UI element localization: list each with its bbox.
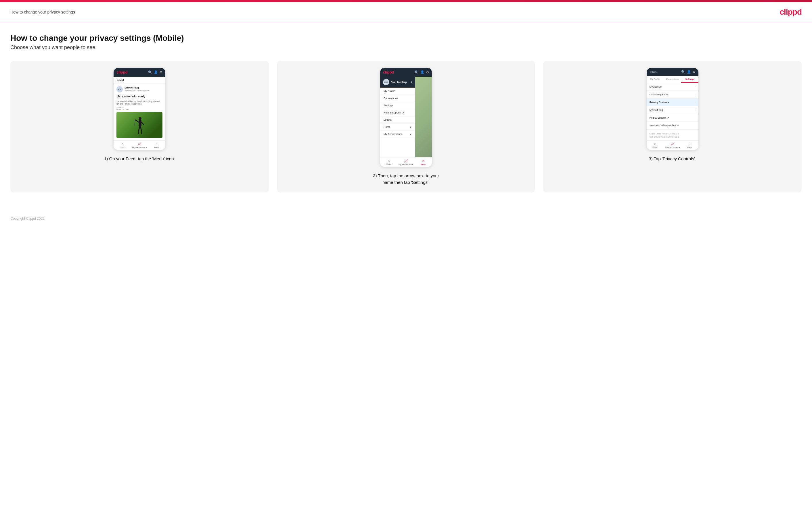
settings-item-dataintegrations[interactable]: Data Integrations › [647,91,699,99]
footer: Copyright Clippd 2022 [0,210,812,227]
menu-username: Blair McHarg [391,81,407,83]
menu-item-connections[interactable]: Connections [380,95,415,102]
menu-overlay-area: BM Blair McHarg ∧ My Profile Connections… [380,77,432,157]
step3-nav-icons: 🔍 👤 ⚙ [681,70,696,74]
step3-tab-perf-label: My Performance [665,147,680,149]
feed-lesson-row: 🎥 Lesson with Fordy [116,94,162,99]
step2-logo: clippd [383,70,394,74]
menu-item-helpsupport[interactable]: Help & Support ↗ [380,109,415,116]
feed-golf-image [116,112,162,138]
copyright: Copyright Clippd 2022 [10,217,45,221]
header: How to change your privacy settings clip… [0,2,812,22]
svg-line-5 [141,126,142,133]
performance-icon2: 📈 [404,159,408,163]
menu-nav-home[interactable]: Home ∨ [380,123,415,131]
step1-tab-home[interactable]: ⌂ Home [113,140,131,150]
step2-tab-close[interactable]: ✕ Menu [415,157,432,167]
step-3-card: < Back 🔍 👤 ⚙ My Profile Connections Sett… [543,61,802,192]
search-icon: 🔍 [415,70,419,74]
step2-tab-home[interactable]: ⌂ Home [380,157,397,167]
chevron-right-icon2: › [695,93,696,96]
step3-tab-performance[interactable]: 📈 My Performance [664,140,681,150]
menu-user-left: BM Blair McHarg [383,79,407,85]
home-icon: ⌂ [121,142,123,146]
step3-tab-home-label: Home [652,146,658,148]
feed-user-info: Blair McHarg Yesterday · Sunningdale [124,87,149,93]
tab-settings[interactable]: Settings [681,76,699,83]
settings-item-privacy-label: Privacy Controls [650,101,669,104]
version-info: Clippd Client Version: 2022.8.3-3 SQL Se… [647,129,699,140]
step-1-phone: clippd 🔍 👤 ⚙ Feed BM Blair [113,68,165,150]
close-icon: ✕ [422,159,425,163]
feed-user-row: BM Blair McHarg Yesterday · Sunningdale [116,86,162,93]
svg-line-3 [142,122,144,124]
chevron-right-icon: › [695,85,696,88]
step3-tab-menu[interactable]: ☰ Menu [681,140,699,150]
performance-icon: 📈 [138,142,142,146]
step3-back-bar: < Back 🔍 👤 ⚙ [647,68,699,76]
step1-logo: clippd [116,70,128,74]
settings-item-golfbag-label: My Golf Bag [650,109,663,111]
menu-avatar: BM [383,79,389,85]
dim-overlay [415,77,432,157]
menu-item-logout[interactable]: Logout [380,116,415,123]
menu-icon3: ☰ [689,142,691,146]
menu-nav-performance[interactable]: My Performance ∨ [380,131,415,138]
step1-tab-menu[interactable]: ☰ Menu [148,140,165,150]
svg-line-4 [138,126,140,133]
back-button[interactable]: < Back [650,71,657,73]
user-icon: 👤 [420,70,424,74]
svg-point-0 [139,117,142,120]
user-icon3: 👤 [687,70,691,74]
svg-line-2 [135,120,139,122]
step1-tab-perf-label: My Performance [132,147,147,149]
step-2-caption: 2) Then, tap the arrow next to your name… [369,173,443,185]
menu-item-settings[interactable]: Settings [380,102,415,109]
tab-connections[interactable]: Connections [664,76,681,83]
search-icon: 🔍 [148,70,152,74]
menu-item-myprofile[interactable]: My Profile [380,88,415,95]
step-3-caption: 3) Tap 'Privacy Controls'. [649,156,696,162]
settings-list: My Account › Data Integrations › Privacy… [647,83,699,129]
search-icon3: 🔍 [681,70,685,74]
logo: clippd [780,7,802,17]
main-content: How to change your privacy settings (Mob… [0,22,812,210]
step2-phone-nav: clippd 🔍 👤 ⚙ [380,68,432,77]
page-subtitle: Choose what you want people to see [10,45,802,51]
step2-tab-perf-label: My Performance [399,163,413,165]
step1-tab-performance[interactable]: 📈 My Performance [131,140,148,150]
step1-bottom-tabs: ⌂ Home 📈 My Performance ☰ Menu [113,140,165,150]
feed-user-sub: Yesterday · Sunningdale [124,89,149,92]
step-2-card: clippd 🔍 👤 ⚙ BM Bl [277,61,536,192]
feed-header: Feed [113,77,165,84]
menu-user-row[interactable]: BM Blair McHarg ∧ [380,77,415,88]
chevron-down-icon2: ∨ [410,133,412,135]
top-accent-bar [0,0,812,2]
settings-item-privpolicy-label: Service & Privacy Policy ↗ [650,124,679,127]
step-1-caption: 1) On your Feed, tap the 'Menu' icon. [104,156,175,162]
header-title: How to change your privacy settings [10,10,75,14]
settings-item-myaccount[interactable]: My Account › [647,83,699,91]
feed-post: BM Blair McHarg Yesterday · Sunningdale … [113,84,165,140]
settings-item-helpsupport[interactable]: Help & Support ↗ [647,114,699,122]
settings-icon: ⚙ [426,70,429,74]
user-icon: 👤 [154,70,158,74]
tab-myprofile[interactable]: My Profile [647,76,664,83]
step2-nav-icons: 🔍 👤 ⚙ [415,70,429,74]
step3-tab-home[interactable]: ⌂ Home [647,140,664,150]
feed-duration: Duration 01 hr : 30 min [116,107,162,111]
settings-item-dataintegrations-label: Data Integrations [650,93,668,96]
step3-tab-menu-label: Menu [687,147,693,149]
settings-item-privacy-policy[interactable]: Service & Privacy Policy ↗ [647,122,699,129]
feed-desc: Looking to feel like my hands are exitin… [116,100,162,105]
step1-nav-icons: 🔍 👤 ⚙ [148,70,162,74]
home-icon2: ⌂ [388,159,390,163]
lesson-icon: 🎥 [116,94,121,99]
version-line1: Clippd Client Version: 2022.8.3-3 [650,132,696,135]
settings-item-privacycontrols[interactable]: Privacy Controls › [647,99,699,106]
settings-item-golfbag[interactable]: My Golf Bag › [647,106,699,114]
settings-tabs: My Profile Connections Settings [647,76,699,83]
bg-golf-image [415,77,432,157]
chevron-right-icon4: › [695,109,696,111]
step2-tab-performance[interactable]: 📈 My Performance [397,157,415,167]
